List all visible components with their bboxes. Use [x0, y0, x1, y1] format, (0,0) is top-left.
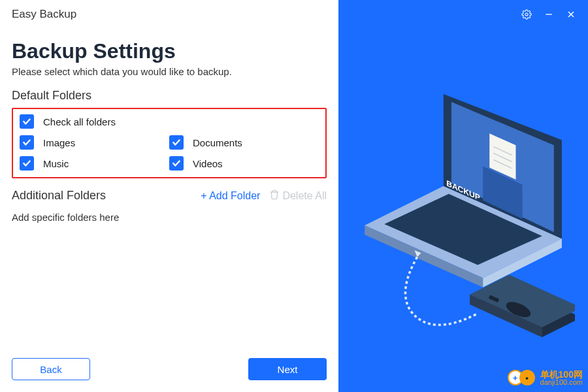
trash-icon	[269, 189, 280, 203]
additional-folders-label: Additional Folders	[12, 189, 106, 203]
folder-grid: Check all folders Images Documents Music	[20, 114, 319, 171]
documents-checkbox[interactable]	[169, 135, 184, 150]
default-folders-label: Default Folders	[12, 89, 327, 103]
watermark-url: danji100.com	[540, 379, 583, 386]
default-folders-highlight: Check all folders Images Documents Music	[12, 108, 327, 178]
back-button[interactable]: Back	[12, 358, 90, 380]
music-checkbox[interactable]	[20, 156, 34, 171]
watermark-icon: + •	[508, 368, 536, 387]
page-description: Please select which data you would like …	[12, 66, 327, 77]
check-all-label: Check all folders	[43, 116, 116, 127]
music-row[interactable]: Music	[20, 156, 169, 171]
videos-checkbox[interactable]	[169, 156, 184, 171]
bottom-bar: Back Next	[12, 358, 327, 380]
right-panel: BACKUP + • 单机100网 danji100.com	[338, 0, 588, 392]
add-folder-button[interactable]: + Add Folder	[201, 190, 260, 202]
watermark: + • 单机100网 danji100.com	[508, 368, 583, 387]
videos-label: Videos	[193, 158, 223, 169]
music-label: Music	[43, 158, 69, 169]
gear-icon[interactable]	[521, 9, 532, 20]
next-button[interactable]: Next	[248, 358, 327, 380]
images-checkbox[interactable]	[20, 135, 34, 150]
page-title: Backup Settings	[12, 39, 327, 63]
delete-all-button[interactable]: Delete All	[269, 189, 327, 203]
left-panel: Easy Backup Backup Settings Please selec…	[0, 0, 338, 392]
additional-actions: + Add Folder Delete All	[201, 189, 327, 203]
backup-illustration: BACKUP	[351, 91, 575, 340]
check-all-row[interactable]: Check all folders	[20, 114, 319, 129]
close-icon[interactable]	[566, 9, 576, 20]
documents-label: Documents	[193, 137, 242, 148]
window-controls	[521, 9, 576, 20]
watermark-cn: 单机100网	[540, 370, 583, 379]
videos-row[interactable]: Videos	[169, 156, 319, 171]
check-all-checkbox[interactable]	[20, 114, 34, 129]
delete-all-label: Delete All	[282, 190, 327, 202]
images-label: Images	[43, 137, 75, 148]
svg-point-0	[525, 13, 528, 16]
minimize-icon[interactable]	[544, 9, 554, 20]
app-title: Easy Backup	[12, 8, 327, 21]
documents-row[interactable]: Documents	[169, 135, 319, 150]
additional-placeholder: Add specific folders here	[12, 212, 327, 223]
images-row[interactable]: Images	[20, 135, 169, 150]
additional-header: Additional Folders + Add Folder Delete A…	[12, 189, 327, 203]
